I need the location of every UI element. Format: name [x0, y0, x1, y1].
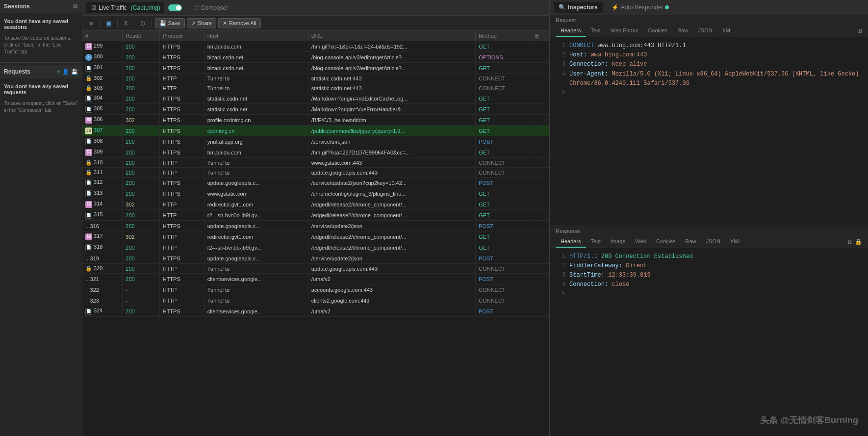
- auto-responder-icon: ⚡: [612, 4, 619, 11]
- cell-result: 200: [123, 74, 159, 83]
- cell-result: 302: [123, 199, 159, 210]
- table-row[interactable]: 🖼 314 302 HTTP redirector.gvt1.com /edge…: [82, 199, 549, 210]
- table-row[interactable]: 🖼 306 302 HTTPS profile.csdnimg.cn /B/E/…: [82, 115, 549, 126]
- menu-icon-btn[interactable]: ≡: [86, 18, 96, 28]
- request-expand-icon[interactable]: ⊞: [857, 27, 862, 34]
- save-button[interactable]: 💾 Save: [155, 18, 185, 28]
- composer-icon: ⬡: [194, 4, 199, 11]
- table-row[interactable]: 📄 324 200 HTTPS clientservices.google...…: [82, 306, 549, 317]
- response-tab-web[interactable]: Web: [630, 236, 651, 248]
- response-tab-json[interactable]: JSON: [701, 236, 725, 248]
- response-tab-xml[interactable]: XML: [725, 236, 746, 248]
- table-row[interactable]: 📄 313 200 HTTPS www.gstatic.com /chrome/…: [82, 188, 549, 199]
- cell-protocol: HTTP: [159, 231, 204, 242]
- add-request-icon[interactable]: +: [56, 68, 60, 76]
- auto-responder-tab[interactable]: ⚡ Auto Responder: [607, 2, 674, 13]
- table-row[interactable]: ↑ 323 - HTTP Tunnel to clients2.google.c…: [82, 295, 549, 306]
- cell-host: bizapi.csdn.net: [204, 52, 308, 63]
- response-section: Response Headers Text Image Web Cookies …: [550, 226, 868, 436]
- table-row[interactable]: 📄 312 200 HTTPS update.googleapis.c... /…: [82, 178, 549, 188]
- table-row[interactable]: 📄 305 200 HTTPS statistic.csdn.net /Mark…: [82, 104, 549, 115]
- table-row[interactable]: ↓ 316 200 HTTPS update.googleapis.c... /…: [82, 221, 549, 231]
- filter-icon-btn[interactable]: ▣: [102, 18, 114, 28]
- cell-b: [532, 83, 549, 93]
- cell-b: [532, 231, 549, 242]
- response-tab-text[interactable]: Text: [586, 236, 606, 248]
- cell-host: r2---sn-bvn0o-jb9l.gv...: [204, 210, 308, 221]
- table-row[interactable]: 🔒 320 200 HTTP Tunnel to update.googleap…: [82, 264, 549, 274]
- cell-b: [532, 93, 549, 104]
- cell-host: redirector.gvt1.com: [204, 199, 308, 210]
- response-tab-cookies[interactable]: Cookies: [651, 236, 681, 248]
- table-row[interactable]: 🔒 302 200 HTTP Tunnel to statistic.csdn.…: [82, 74, 549, 83]
- cell-icon-id: 🖼 314: [82, 199, 123, 210]
- composer-tab[interactable]: ⬡ Composer: [190, 2, 232, 13]
- requests-header: Requests + 👤 💾: [0, 65, 82, 78]
- response-tab-image[interactable]: Image: [606, 236, 631, 248]
- cell-result: 200: [123, 306, 159, 317]
- request-tab-xml[interactable]: XML: [717, 25, 739, 37]
- table-row[interactable]: 📄 308 200 HTTPS ynuf.aliapp.org /service…: [82, 136, 549, 147]
- table-row[interactable]: 🔒 303 200 HTTP Tunnel to statistic.csdn.…: [82, 83, 549, 93]
- cell-b: [532, 221, 549, 231]
- table-row[interactable]: 🖼 317 302 HTTP redirector.gvt1.com /edge…: [82, 231, 549, 242]
- col-num: #: [82, 31, 123, 41]
- auto-responder-active-dot: [665, 5, 669, 9]
- cell-result: 200: [123, 104, 159, 115]
- remove-all-button[interactable]: ✕ Remove All: [218, 18, 261, 28]
- request-tab-text[interactable]: Text: [586, 25, 606, 37]
- share-button[interactable]: ↗ Share: [187, 18, 216, 28]
- table-row[interactable]: 📄 301 200 HTTPS bizapi.csdn.net /blog-co…: [82, 63, 549, 74]
- traffic-table-container[interactable]: # Result Protocol Host URL Method B 🖼 29…: [82, 31, 549, 436]
- table-row[interactable]: 📄 318 200 HTTP r2---sn-bvn0o-jb9l.gv... …: [82, 242, 549, 253]
- cell-b: [532, 188, 549, 199]
- table-row[interactable]: 📄 304 200 HTTPS statistic.csdn.net /Mark…: [82, 93, 549, 104]
- request-tab-webforms[interactable]: Web Forms: [606, 25, 643, 37]
- cell-method: POST: [476, 274, 532, 284]
- request-tab-raw[interactable]: Raw: [672, 25, 693, 37]
- table-row[interactable]: i 300 200 HTTPS bizapi.csdn.net /blog-co…: [82, 52, 549, 63]
- sidebar-divider: [0, 62, 82, 63]
- cell-url: clients2.google.com:443: [308, 295, 475, 306]
- table-row[interactable]: ↓ 321 200 HTTPS clientservices.google...…: [82, 274, 549, 284]
- cell-b: [532, 295, 549, 306]
- table-row[interactable]: 🖼 309 200 HTTPS hm.baidu.com /hm.gif?hca…: [82, 147, 549, 158]
- table-row[interactable]: 📄 315 200 HTTP r2---sn-bvn0o-jb9l.gv... …: [82, 210, 549, 221]
- table-row[interactable]: 🔒 311 200 HTTP Tunnel to update.googleap…: [82, 168, 549, 178]
- cell-url: /service/um.json: [308, 136, 475, 147]
- capturing-toggle[interactable]: [168, 4, 182, 11]
- cell-host: Tunnel to: [204, 264, 308, 274]
- inspector-icon: 🔍: [559, 4, 566, 11]
- live-traffic-tab[interactable]: 🖥 Live Traffic (Capturing): [86, 2, 164, 13]
- table-row[interactable]: ↓ 319 200 HTTPS update.googleapis.c... /…: [82, 253, 549, 264]
- target-icon-btn[interactable]: ⊙: [137, 18, 149, 28]
- inspectors-tab[interactable]: 🔍 Inspectors: [554, 2, 603, 13]
- export-icon[interactable]: 💾: [71, 69, 78, 75]
- cell-host: profile.csdnimg.cn: [204, 115, 308, 126]
- cell-result: 200: [123, 264, 159, 274]
- import-icon[interactable]: 👤: [62, 69, 69, 75]
- cell-host: statistic.csdn.net: [204, 93, 308, 104]
- cell-host: www.gstatic.com: [204, 188, 308, 199]
- funnel-icon-btn[interactable]: ⧖: [121, 18, 131, 28]
- tab-separator: [186, 4, 186, 12]
- request-tab-cookies[interactable]: Cookies: [643, 25, 672, 37]
- cell-method: CONNECT: [476, 284, 532, 295]
- table-row[interactable]: 🔒 310 200 HTTP Tunnel to www.gstatic.com…: [82, 158, 549, 168]
- request-tab-json[interactable]: JSON: [693, 25, 717, 37]
- cell-icon-id: 🔒 320: [82, 264, 123, 274]
- col-method: Method: [476, 31, 532, 41]
- response-tab-headers[interactable]: Headers: [556, 236, 586, 248]
- cell-method: CONNECT: [476, 158, 532, 168]
- cell-host: ynuf.aliapp.org: [204, 136, 308, 147]
- cell-b: [532, 136, 549, 147]
- table-row[interactable]: JS 307 200 HTTPS csdnimg.cn /public/comm…: [82, 126, 549, 136]
- settings-icon[interactable]: ⚙: [73, 3, 78, 10]
- request-tab-headers[interactable]: Headers: [556, 25, 586, 37]
- cell-result: -: [123, 284, 159, 295]
- table-row[interactable]: ↑ 322 - HTTP Tunnel to accounts.google.c…: [82, 284, 549, 295]
- cell-protocol: HTTPS: [159, 306, 204, 317]
- response-expand-icon[interactable]: ⊞: [848, 238, 853, 245]
- response-tab-raw[interactable]: Raw: [681, 236, 701, 248]
- table-row[interactable]: 🖼 299 200 HTTPS hm.baidu.com /hm.gif?cc=…: [82, 41, 549, 52]
